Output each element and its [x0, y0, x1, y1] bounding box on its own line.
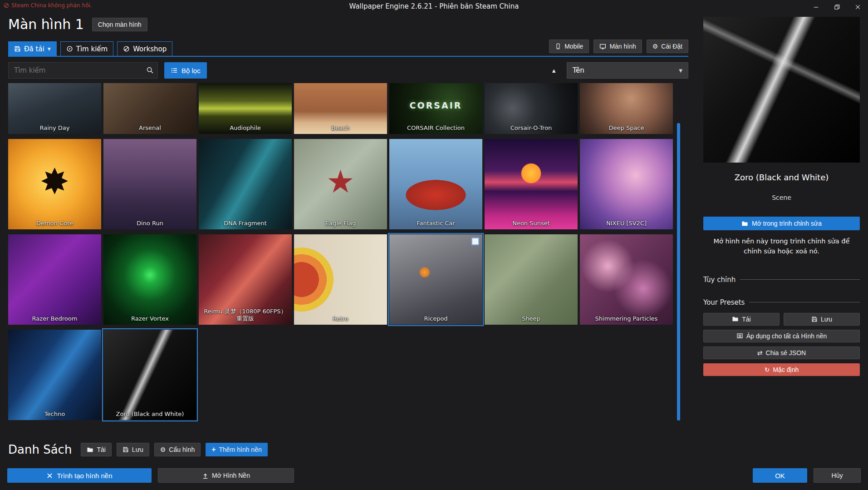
display-label: Màn hình	[609, 43, 636, 50]
open-wallpaper-button[interactable]: Mở Hình Nền	[158, 468, 294, 483]
wallpaper-label: Fantastic Car	[390, 220, 481, 227]
wallpaper-label: Reimu 灵梦（1080P 60FPS） 重置版	[200, 308, 291, 323]
search-icon[interactable]	[146, 66, 154, 74]
choose-screen-button[interactable]: Chọn màn hình	[92, 18, 147, 31]
minimize-icon	[813, 4, 819, 10]
wallpaper-label: DNA Fragment	[200, 220, 291, 227]
wallpaper-item[interactable]: Beach	[294, 83, 387, 134]
upload-icon	[202, 472, 209, 479]
wallpaper-item[interactable]: Rainy Day	[8, 83, 101, 134]
sort-select[interactable]: Tên ▼	[567, 62, 688, 79]
close-button[interactable]	[847, 0, 868, 14]
plus-icon: +	[211, 445, 216, 454]
wallpaper-label: NIXEU [SV2C]	[581, 220, 672, 227]
presets-label: Your Presets	[703, 298, 745, 307]
save-disk-icon	[811, 316, 818, 322]
open-editor-label: Mở trong trình chỉnh sửa	[752, 220, 822, 227]
settings-label: Cài Đặt	[661, 43, 682, 50]
sort-direction-button[interactable]: ▲	[548, 67, 559, 74]
wallpaper-item[interactable]: Fantastic Car	[389, 139, 482, 229]
wallpaper-item[interactable]: DNA Fragment	[199, 139, 292, 229]
playlist-configure-button[interactable]: ⚙ Cấu hình	[154, 443, 201, 456]
wallpaper-item[interactable]: Deep Space	[580, 83, 673, 134]
minimize-button[interactable]	[805, 0, 826, 14]
sort-caret-icon: ▼	[679, 68, 682, 73]
wallpaper-item[interactable]: Sheep	[485, 234, 578, 325]
wallpaper-item[interactable]: Ricepod	[389, 234, 482, 325]
add-wallpaper-label: Thêm hình nền	[219, 446, 262, 453]
preset-load-button[interactable]: Tải	[703, 313, 780, 326]
restore-button[interactable]	[826, 0, 847, 14]
sort-group: ▲ Tên ▼	[548, 62, 688, 79]
mobile-button[interactable]: Mobile	[549, 40, 589, 53]
wallpaper-label: Rainy Day	[9, 124, 100, 132]
default-label: Mặc định	[773, 366, 799, 373]
wallpaper-creator-label: Trình tạo hình nền	[57, 472, 112, 480]
cancel-button[interactable]: Hủy	[814, 468, 861, 483]
gear-icon: ⚙	[652, 43, 658, 49]
tab-installed[interactable]: Đã tải ▼	[8, 41, 57, 56]
top-buttons: Mobile Màn hình ⚙ Cài Đặt	[549, 40, 688, 56]
apply-all-label: Áp dụng cho tất cả Hình nền	[746, 332, 827, 340]
wallpaper-item[interactable]: Razer Vortex	[103, 234, 196, 325]
preset-save-button[interactable]: Lưu	[784, 313, 860, 326]
sidebar: Zoro (Black and White) Scene Mở trong tr…	[696, 13, 868, 461]
filter-button[interactable]: Bộ lọc	[164, 62, 207, 79]
wallpaper-item[interactable]: Razer Bedroom	[8, 234, 101, 325]
wallpaper-item[interactable]: Reimu 灵梦（1080P 60FPS） 重置版	[199, 234, 292, 325]
share-json-button[interactable]: ⇄ Chia sẻ JSON	[703, 346, 860, 359]
ok-button[interactable]: OK	[753, 468, 807, 483]
wallpaper-item[interactable]: Dino Run	[103, 139, 196, 229]
wallpaper-item[interactable]: ✸Demon Core	[8, 139, 101, 229]
wallpaper-item[interactable]: Zoro (Black and White)	[103, 330, 196, 420]
add-wallpaper-button[interactable]: + Thêm hình nền	[206, 443, 268, 456]
wallpaper-label: Audiophile	[200, 124, 291, 132]
wallpaper-creator-button[interactable]: Trình tạo hình nền	[7, 468, 152, 483]
folder-icon	[87, 446, 93, 453]
choose-screen-label: Chọn màn hình	[98, 21, 142, 28]
steam-status-warning: Steam China không phản hồi.	[4, 2, 92, 9]
folder-icon	[741, 220, 748, 227]
wallpaper-checkbox[interactable]	[471, 238, 479, 245]
wallpaper-preview	[703, 17, 860, 163]
wallpaper-label: Razer Vortex	[104, 315, 196, 322]
wallpaper-label: CORSAIR Collection	[390, 124, 481, 132]
wallpaper-item[interactable]: Neon Sunset	[485, 139, 578, 229]
wallpaper-item[interactable]: Retro	[294, 234, 387, 325]
settings-button[interactable]: ⚙ Cài Đặt	[647, 40, 688, 53]
wallpaper-item[interactable]: Shimmering Particles	[580, 234, 673, 325]
open-editor-button[interactable]: Mở trong trình chỉnh sửa	[703, 217, 860, 230]
divider-line	[749, 302, 860, 302]
preset-buttons-row: Tải Lưu	[703, 313, 860, 326]
apply-all-button[interactable]: Áp dụng cho tất cả Hình nền	[703, 330, 860, 342]
scrollbar-thumb[interactable]	[677, 123, 680, 421]
default-button[interactable]: ↻ Mặc định	[703, 363, 860, 376]
tab-workshop-label: Workshop	[133, 45, 167, 53]
display-button[interactable]: Màn hình	[593, 40, 642, 53]
playlist-save-button[interactable]: Lưu	[117, 443, 149, 456]
tab-search[interactable]: Tìm kiếm	[60, 41, 113, 56]
wallpaper-grid-area: Rainy DayArsenalAudiophileBeachCORSAIRCO…	[8, 83, 696, 437]
wallpaper-label: Demon Core	[9, 220, 100, 227]
customize-section-header: Tùy chỉnh	[703, 276, 860, 284]
sort-select-value: Tên	[573, 66, 584, 74]
wallpaper-item[interactable]: ★Eagle Flag	[294, 139, 387, 229]
playlist-row: Danh Sách Tải Lưu ⚙ Cấu hình	[8, 443, 688, 456]
wallpaper-item[interactable]: NIXEU [SV2C]	[580, 139, 673, 229]
wallpaper-item[interactable]: Audiophile	[199, 83, 292, 134]
wallpaper-item[interactable]: CORSAIRCORSAIR Collection	[389, 83, 482, 134]
wallpaper-item[interactable]: Techno	[8, 330, 101, 420]
close-icon	[854, 4, 861, 10]
wallpaper-item[interactable]: Arsenal	[103, 83, 196, 134]
open-wallpaper-label: Mở Hình Nền	[212, 472, 250, 479]
steam-warning-icon	[4, 3, 9, 8]
playlist-load-button[interactable]: Tải	[81, 443, 111, 456]
page-title: Màn hình 1	[8, 16, 84, 32]
tab-installed-caret-icon[interactable]: ▼	[48, 47, 51, 51]
tab-workshop[interactable]: Workshop	[117, 41, 172, 56]
refresh-icon: ↻	[765, 366, 770, 373]
wallpaper-item[interactable]: Corsair-O-Tron	[485, 83, 578, 134]
ok-label: OK	[775, 472, 785, 480]
wallpaper-label: Retro	[295, 315, 386, 322]
search-input[interactable]	[8, 62, 158, 79]
